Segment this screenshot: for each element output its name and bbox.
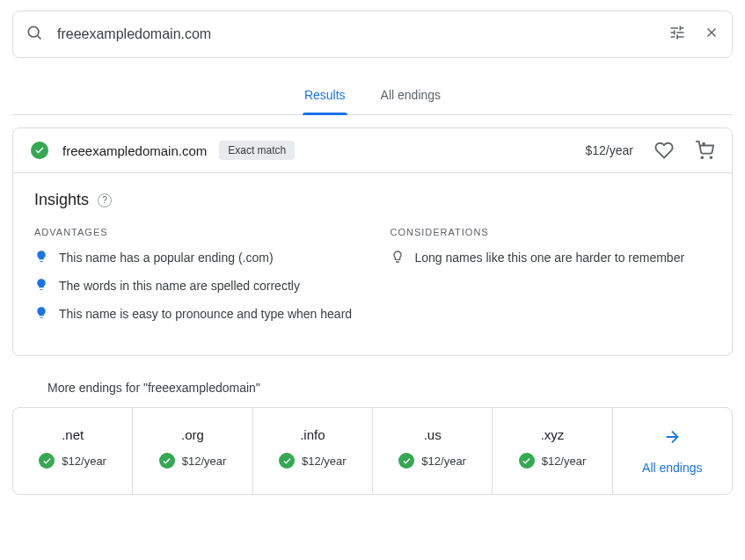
search-icon	[26, 24, 43, 45]
ending-price: $12/year	[421, 455, 466, 468]
domain-row: freeexampledomain.com Exact match $12/ye…	[13, 128, 732, 173]
advantage-text: This name is easy to pronounce and type …	[59, 306, 352, 324]
arrow-right-icon	[662, 427, 682, 450]
check-icon	[279, 453, 295, 469]
tab-results[interactable]: Results	[303, 79, 347, 114]
check-icon	[159, 453, 175, 469]
considerations-column: CONSIDERATIONS Long names like this one …	[391, 227, 712, 334]
lightbulb-icon	[34, 306, 48, 324]
advantages-header: ADVANTAGES	[34, 227, 355, 237]
consideration-text: Long names like this one are harder to r…	[415, 250, 685, 267]
domain-name: freeexampledomain.com	[62, 143, 207, 158]
ending-card-org[interactable]: .org $12/year	[133, 408, 252, 494]
favorite-icon[interactable]	[654, 141, 674, 160]
ending-price: $12/year	[182, 455, 227, 468]
lightbulb-outline-icon	[391, 250, 405, 267]
considerations-header: CONSIDERATIONS	[391, 227, 712, 237]
endings-grid: .net $12/year .org $12/year .info $12/ye…	[12, 407, 733, 495]
help-icon[interactable]: ?	[98, 193, 112, 207]
ending-price: $12/year	[542, 455, 587, 468]
all-endings-button[interactable]: All endings	[613, 408, 732, 494]
advantage-item: The words in this name are spelled corre…	[34, 278, 355, 295]
search-input[interactable]	[43, 26, 668, 42]
advantage-text: The words in this name are spelled corre…	[59, 278, 300, 295]
advantage-item: This name has a popular ending (.com)	[34, 250, 355, 267]
search-actions	[668, 24, 719, 45]
more-endings-header: More endings for "freeexampledomain"	[47, 381, 733, 395]
advantages-column: ADVANTAGES This name has a popular endin…	[34, 227, 355, 334]
ending-tld: .xyz	[541, 427, 565, 442]
ending-card-net[interactable]: .net $12/year	[13, 408, 133, 494]
ending-tld: .net	[62, 427, 84, 442]
check-icon	[398, 453, 414, 469]
lightbulb-icon	[34, 278, 48, 295]
check-icon	[39, 453, 55, 469]
svg-line-1	[38, 36, 41, 40]
svg-point-0	[28, 26, 39, 37]
ending-tld: .info	[300, 427, 325, 442]
ending-price: $12/year	[62, 455, 106, 468]
insights-section: Insights ? ADVANTAGES This name has a po…	[13, 173, 732, 355]
ending-card-xyz[interactable]: .xyz $12/year	[493, 408, 612, 494]
svg-point-4	[701, 156, 703, 158]
insights-title: Insights	[34, 191, 89, 209]
filter-icon[interactable]	[668, 24, 686, 45]
ending-tld: .us	[424, 427, 442, 442]
ending-price: $12/year	[302, 455, 347, 468]
svg-point-5	[710, 156, 712, 158]
tabs: Results All endings	[12, 79, 733, 115]
all-endings-label: All endings	[642, 461, 703, 475]
check-icon	[31, 142, 48, 159]
lightbulb-icon	[34, 250, 48, 267]
search-bar	[12, 11, 733, 58]
ending-card-us[interactable]: .us $12/year	[373, 408, 493, 494]
domain-price: $12/year	[586, 143, 633, 157]
ending-card-info[interactable]: .info $12/year	[253, 408, 373, 494]
ending-tld: .org	[181, 427, 204, 442]
exact-match-badge: Exact match	[219, 141, 295, 160]
advantage-text: This name has a popular ending (.com)	[59, 250, 274, 267]
consideration-item: Long names like this one are harder to r…	[391, 250, 712, 267]
add-to-cart-icon[interactable]	[695, 141, 714, 160]
check-icon	[519, 453, 535, 469]
close-icon[interactable]	[704, 25, 719, 44]
advantage-item: This name is easy to pronounce and type …	[34, 306, 355, 324]
tab-all-endings[interactable]: All endings	[379, 79, 443, 114]
domain-card: freeexampledomain.com Exact match $12/ye…	[12, 127, 733, 356]
